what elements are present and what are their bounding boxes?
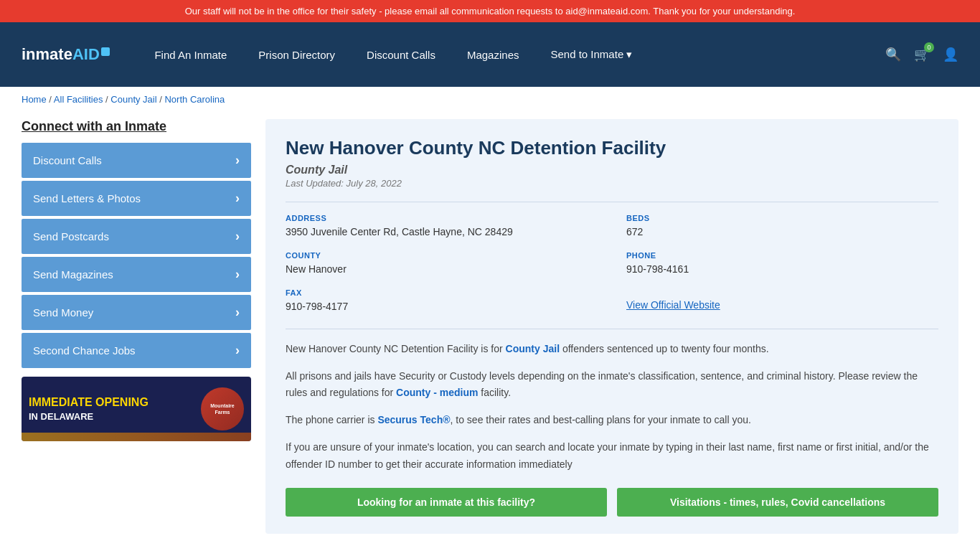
breadcrumb-home[interactable]: Home <box>22 94 47 105</box>
breadcrumb-north-carolina[interactable]: North Carolina <box>164 94 225 105</box>
sidebar-btn-discount-calls[interactable]: Discount Calls › <box>22 143 251 178</box>
county-jail-link[interactable]: County Jail <box>506 343 560 354</box>
beds-value: 672 <box>626 225 938 240</box>
fax-label: FAX <box>286 288 598 297</box>
logo[interactable]: inmateAID® <box>22 45 110 64</box>
chevron-icon-0: › <box>235 153 240 168</box>
chevron-icon-2: › <box>235 229 240 244</box>
breadcrumb-all-facilities[interactable]: All Facilities <box>54 94 103 105</box>
search-icon[interactable]: 🔍 <box>885 47 901 62</box>
ad-logo-circle: MountaireFarms <box>201 387 244 430</box>
breadcrumb: Home / All Facilities / County Jail / No… <box>0 87 980 112</box>
main-nav: Find An Inmate Prison Directory Discount… <box>138 48 885 61</box>
county-value: New Hanover <box>286 262 598 277</box>
last-updated: Last Updated: July 28, 2022 <box>286 178 938 189</box>
phone-block: PHONE 910-798-4161 <box>626 251 938 277</box>
sidebar-btn-label-send-postcards: Send Postcards <box>33 230 109 242</box>
fax-value: 910-798-4177 <box>286 299 598 314</box>
description-3: The phone carrier is Securus Tech®, to s… <box>286 412 938 429</box>
logo-part2: AID <box>72 45 100 63</box>
sidebar-btn-label-send-money: Send Money <box>33 306 93 319</box>
alert-banner: Our staff will not be in the office for … <box>0 0 980 22</box>
chevron-icon-1: › <box>235 191 240 206</box>
visitations-button[interactable]: Visitations - times, rules, Covid cancel… <box>617 488 938 517</box>
alert-text: Our staff will not be in the office for … <box>185 6 796 17</box>
county-label: COUNTY <box>286 251 598 260</box>
content-area: New Hanover County NC Detention Facility… <box>265 119 958 534</box>
nav-find-inmate[interactable]: Find An Inmate <box>138 49 242 61</box>
sidebar-btn-send-money[interactable]: Send Money › <box>22 295 251 330</box>
logo-badge: ® <box>101 47 110 56</box>
website-label <box>626 288 938 297</box>
sidebar: Connect with an Inmate Discount Calls › … <box>22 119 251 534</box>
county-block: COUNTY New Hanover <box>286 251 598 277</box>
ad-logo-text: MountaireFarms <box>210 402 234 415</box>
logo-text: inmateAID® <box>22 45 110 64</box>
cart-icon[interactable]: 🛒 0 <box>914 47 930 62</box>
sidebar-btn-label-send-letters: Send Letters & Photos <box>33 192 141 204</box>
user-icon[interactable]: 👤 <box>943 47 958 62</box>
info-grid: ADDRESS 3950 Juvenile Center Rd, Castle … <box>286 214 938 314</box>
sidebar-btn-send-magazines[interactable]: Send Magazines › <box>22 257 251 292</box>
fax-block: FAX 910-798-4177 <box>286 288 598 314</box>
chevron-icon-4: › <box>235 305 240 320</box>
facility-type: County Jail <box>286 164 938 176</box>
sidebar-btn-send-letters[interactable]: Send Letters & Photos › <box>22 181 251 216</box>
ad-inner: IMMEDIATE OPENING IN DELAWARE MountaireF… <box>22 377 251 441</box>
main-content: Connect with an Inmate Discount Calls › … <box>0 112 980 548</box>
header: inmateAID® Find An Inmate Prison Directo… <box>0 22 980 87</box>
sidebar-title: Connect with an Inmate <box>22 119 251 134</box>
nav-discount-calls[interactable]: Discount Calls <box>351 49 451 61</box>
sidebar-btn-label-discount-calls: Discount Calls <box>33 154 102 166</box>
securus-link[interactable]: Securus Tech® <box>377 414 450 425</box>
info-divider <box>286 202 938 202</box>
description-2: All prisons and jails have Security or C… <box>286 368 938 402</box>
ad-line2: IN DELAWARE <box>29 410 195 423</box>
beds-block: BEDS 672 <box>626 214 938 240</box>
sidebar-btn-label-second-chance: Second Chance Jobs <box>33 344 136 357</box>
nav-send-to-inmate[interactable]: Send to Inmate ▾ <box>534 48 648 61</box>
facility-title: New Hanover County NC Detention Facility <box>286 136 938 161</box>
ad-text: IMMEDIATE OPENING IN DELAWARE <box>29 395 195 424</box>
county-medium-link[interactable]: County - medium <box>396 387 478 398</box>
nav-prison-directory[interactable]: Prison Directory <box>242 49 351 61</box>
website-block: View Official Website <box>626 288 938 314</box>
breadcrumb-county-jail[interactable]: County Jail <box>110 94 156 105</box>
bottom-buttons: Looking for an inmate at this facility? … <box>286 488 938 517</box>
phone-label: PHONE <box>626 251 938 260</box>
address-value: 3950 Juvenile Center Rd, Castle Hayne, N… <box>286 225 598 240</box>
ad-logo-container: MountaireFarms <box>201 387 244 430</box>
address-label: ADDRESS <box>286 214 598 222</box>
description-4: If you are unsure of your inmate's locat… <box>286 439 938 474</box>
find-inmate-button[interactable]: Looking for an inmate at this facility? <box>286 488 607 517</box>
ad-road <box>22 433 251 441</box>
description-1: New Hanover County NC Detention Facility… <box>286 341 938 358</box>
chevron-icon-3: › <box>235 267 240 282</box>
nav-icons: 🔍 🛒 0 👤 <box>885 47 958 62</box>
info-divider-2 <box>286 329 938 329</box>
website-link[interactable]: View Official Website <box>626 299 720 311</box>
sidebar-btn-send-postcards[interactable]: Send Postcards › <box>22 219 251 254</box>
phone-value: 910-798-4161 <box>626 262 938 277</box>
sidebar-ad[interactable]: IMMEDIATE OPENING IN DELAWARE MountaireF… <box>22 377 251 441</box>
address-block: ADDRESS 3950 Juvenile Center Rd, Castle … <box>286 214 598 240</box>
logo-part1: inmate <box>22 45 72 63</box>
sidebar-btn-label-send-magazines: Send Magazines <box>33 268 113 281</box>
cart-badge: 0 <box>924 42 934 52</box>
ad-line1: IMMEDIATE OPENING <box>29 395 195 410</box>
nav-magazines[interactable]: Magazines <box>451 49 535 61</box>
chevron-icon-5: › <box>235 343 240 358</box>
beds-label: BEDS <box>626 214 938 222</box>
sidebar-btn-second-chance[interactable]: Second Chance Jobs › <box>22 333 251 368</box>
